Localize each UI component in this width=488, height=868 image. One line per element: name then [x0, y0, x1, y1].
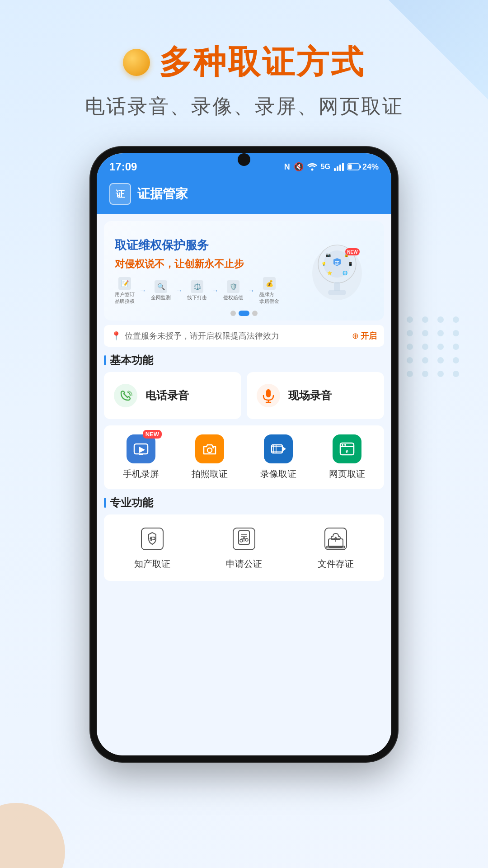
web-icon-box: e: [333, 434, 361, 463]
svg-point-41: [344, 444, 346, 446]
svg-rect-21: [328, 290, 346, 295]
app-logo: 证: [109, 183, 131, 205]
web-evidence-label: 网页取证: [329, 468, 365, 480]
new-badge: NEW: [143, 430, 162, 439]
banner-step-5: 💰 品牌方拿赔偿金: [259, 277, 279, 305]
phone-mockup-container: 17:09 N 🔇 5G: [0, 147, 488, 762]
phone-record-icon: [113, 383, 138, 408]
svg-text:📷: 📷: [326, 252, 331, 258]
nfc-icon: N: [284, 162, 290, 172]
web-evidence-button[interactable]: e 网页取证: [314, 434, 380, 480]
banner-text: 取证维权保护服务 对侵权说不，让创新永不止步 📝 用户签订品牌授权 → 🔍: [115, 237, 301, 304]
grid-features-section: NEW 手机录屏: [104, 425, 384, 489]
ip-evidence-label: 知产取证: [134, 558, 170, 570]
file-storage-button[interactable]: 文件存证: [291, 525, 380, 570]
pro-features-section: 专业功能 知产取证: [104, 495, 384, 581]
banner-dot-2[interactable]: [239, 311, 249, 316]
file-cloud-icon: [322, 525, 349, 552]
photo-evidence-button[interactable]: 拍照取证: [177, 434, 242, 480]
svg-text:e: e: [346, 448, 348, 454]
signal-4g-icon: 5G: [321, 163, 330, 171]
svg-rect-29: [139, 454, 143, 455]
banner-steps: 📝 用户签订品牌授权 → 🔍 全网监测 → ⚖️: [115, 277, 301, 305]
banner-dot-1[interactable]: [230, 311, 236, 316]
step1-icon: 📝: [118, 277, 131, 290]
header-section: 多种取证方式 电话录音、录像、录屏、网页取证: [0, 0, 488, 138]
camera-notch: [238, 153, 250, 166]
basic-section-title: 基本功能: [104, 353, 384, 368]
status-icons: N 🔇 5G: [284, 162, 379, 172]
camera-icon-box: [195, 434, 224, 463]
header-title-row: 多种取证方式: [123, 41, 365, 84]
svg-point-30: [207, 448, 212, 453]
svg-point-31: [212, 447, 214, 448]
screen-record-wrap: NEW: [127, 434, 155, 463]
location-open-label[interactable]: 开启: [361, 330, 377, 341]
page-title: 多种取证方式: [159, 41, 365, 84]
banner-step-2: 🔍 全网监测: [151, 280, 171, 301]
phone-record-button[interactable]: 电话录音: [104, 372, 241, 419]
basic-feature-grid: 电话录音: [104, 372, 384, 419]
app-name: 证据管家: [137, 185, 188, 203]
svg-text:📱: 📱: [348, 261, 353, 267]
svg-text:证: 证: [335, 261, 340, 266]
arrow-icon-4: →: [248, 287, 255, 295]
banner-dot-3[interactable]: [252, 311, 258, 316]
svg-rect-3: [339, 165, 341, 171]
location-notice-text: 位置服务未授予，请开启权限提高法律效力: [125, 330, 279, 341]
status-time: 17:09: [109, 160, 137, 173]
phone-content[interactable]: 取证维权保护服务 对侵权说不，让创新永不止步 📝 用户签订品牌授权 → 🔍: [97, 214, 391, 755]
step3-icon: ⚖️: [191, 280, 203, 293]
notary-label: 申请公证: [226, 558, 262, 570]
battery-icon: 24%: [347, 162, 379, 172]
web-evidence-wrap: e: [333, 434, 361, 463]
arrow-icon-2: →: [175, 287, 183, 295]
svg-text:💡: 💡: [321, 261, 327, 267]
location-left: 📍 位置服务未授予，请开启权限提高法律效力: [111, 330, 279, 341]
mic-icon: [256, 383, 281, 408]
signal-bars-icon: [334, 163, 344, 171]
svg-marker-28: [139, 447, 145, 453]
video-evidence-button[interactable]: 录像取证: [246, 434, 311, 480]
video-evidence-label: 录像取证: [260, 468, 296, 480]
screen-record-icon-box: [127, 434, 155, 463]
svg-rect-6: [360, 165, 361, 168]
banner-carousel[interactable]: 取证维权保护服务 对侵权说不，让创新永不止步 📝 用户签订品牌授权 → 🔍: [104, 221, 384, 321]
banner-indicators: [230, 311, 258, 316]
banner-head-illustration: 证 📷 🔒 💡 📱 ⭐ 🌐 NEW: [305, 239, 369, 302]
field-record-label: 现场录音: [288, 388, 332, 403]
svg-rect-1: [334, 168, 336, 171]
field-record-button[interactable]: 现场录音: [247, 372, 384, 419]
arrow-icon: →: [139, 287, 146, 295]
location-open-action[interactable]: ⊕ 开启: [352, 330, 377, 341]
notary-button[interactable]: 申请公证: [200, 525, 288, 570]
phone-inner: 17:09 N 🔇 5G: [97, 153, 391, 755]
ip-evidence-button[interactable]: 知产取证: [108, 525, 197, 570]
location-pin-icon: 📍: [111, 331, 121, 341]
phone-outer: 17:09 N 🔇 5G: [90, 147, 398, 762]
banner-step-4: 🛡️ 侵权赔偿: [223, 280, 243, 301]
svg-point-50: [240, 539, 243, 542]
gold-dot-decoration: [123, 49, 150, 76]
banner-image: 证 📷 🔒 💡 📱 ⭐ 🌐 NEW: [301, 235, 373, 307]
banner-slide: 取证维权保护服务 对侵权说不，让创新永不止步 📝 用户签订品牌授权 → 🔍: [104, 221, 384, 321]
photo-evidence-label: 拍照取证: [192, 468, 228, 480]
arrow-icon-3: →: [211, 287, 219, 295]
svg-text:⭐: ⭐: [327, 270, 333, 276]
banner-step-1: 📝 用户签订品牌授权: [115, 277, 135, 305]
svg-point-52: [243, 537, 245, 539]
svg-rect-24: [266, 389, 271, 397]
svg-rect-2: [337, 166, 338, 171]
video-icon-box: [264, 434, 293, 463]
location-notice[interactable]: 📍 位置服务未授予，请开启权限提高法律效力 ⊕ 开启: [104, 325, 384, 347]
grid-feature-row: NEW 手机录屏: [104, 425, 384, 489]
page-subtitle: 电话录音、录像、录屏、网页取证: [85, 93, 404, 120]
bg-decoration-bottom-left: [0, 787, 81, 868]
step2-icon: 🔍: [155, 280, 167, 293]
open-location-icon: ⊕: [352, 331, 359, 341]
svg-rect-4: [342, 163, 344, 171]
screen-record-button[interactable]: NEW 手机录屏: [108, 434, 174, 480]
banner-step-3: ⚖️ 线下打击: [187, 280, 207, 301]
phone-record-label: 电话录音: [145, 388, 189, 403]
notary-icon: [230, 525, 258, 552]
